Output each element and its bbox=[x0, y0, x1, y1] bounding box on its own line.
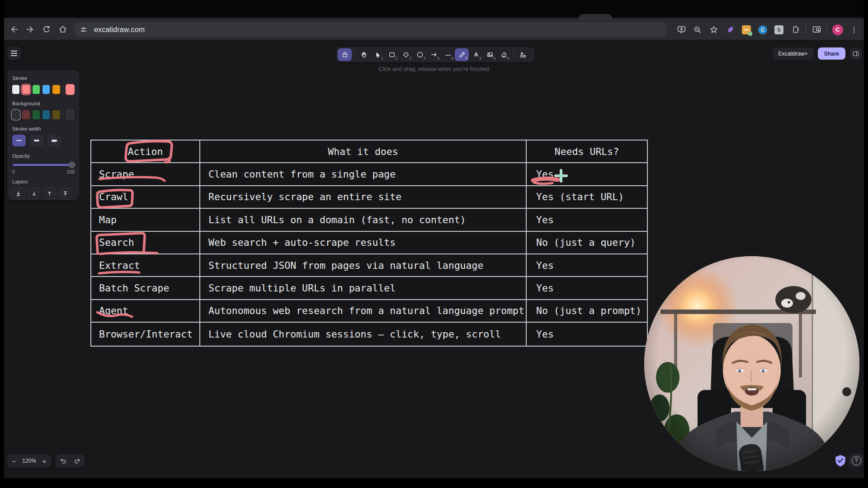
stroke-width-thin-button[interactable] bbox=[12, 135, 26, 146]
table-cell: Batch Scrape bbox=[91, 277, 200, 300]
arrow-tool-button[interactable]: 5 bbox=[427, 48, 441, 61]
url-text: excalidraw.com bbox=[94, 26, 145, 34]
opacity-slider-knob[interactable] bbox=[69, 162, 75, 168]
table-cell: No (just a query) bbox=[527, 232, 647, 254]
help-button[interactable]: ? bbox=[849, 453, 863, 468]
bring-forward-button[interactable] bbox=[43, 188, 56, 199]
url-bar[interactable]: excalidraw.com bbox=[74, 22, 667, 37]
background-swatch-transparent[interactable] bbox=[12, 110, 19, 119]
table-cell: Scrape multiple URLs in parallel bbox=[200, 277, 527, 300]
site-settings-icon[interactable] bbox=[80, 26, 88, 34]
back-button[interactable] bbox=[6, 22, 22, 37]
table-cell: Extract bbox=[91, 254, 200, 277]
eraser-tool-button[interactable]: 0 bbox=[497, 48, 511, 61]
table-header-urls: Needs URLs? bbox=[527, 141, 647, 163]
extension-stylus[interactable]: S bbox=[772, 23, 786, 37]
table-cell: Yes bbox=[527, 209, 647, 231]
extension-css[interactable]: css bbox=[739, 23, 754, 37]
background-swatch-red[interactable] bbox=[22, 110, 29, 119]
browser-tab-strip bbox=[0, 0, 868, 19]
rectangle-tool-button[interactable]: 2 bbox=[385, 48, 399, 61]
table-cell: Crawl bbox=[91, 186, 200, 209]
bring-forward-icon bbox=[47, 191, 52, 197]
table-cell: Scrape bbox=[91, 163, 200, 186]
table-cell: Search bbox=[91, 232, 200, 254]
extension-quill[interactable] bbox=[723, 23, 737, 37]
library-button[interactable] bbox=[849, 47, 862, 60]
diamond-tool-button[interactable]: 3 bbox=[399, 48, 413, 61]
ellipse-icon bbox=[416, 51, 424, 58]
reading-mode-button[interactable] bbox=[809, 23, 824, 37]
table-cell: Recursively scrape an entire site bbox=[200, 186, 527, 209]
stroke-swatch-green[interactable] bbox=[33, 85, 40, 94]
opacity-slider[interactable] bbox=[13, 162, 74, 168]
stroke-width-extrabold-button[interactable] bbox=[47, 135, 61, 146]
text-tool-button[interactable]: A 8 bbox=[469, 48, 483, 61]
table-cell: Agent bbox=[91, 300, 200, 323]
bring-to-front-button[interactable] bbox=[59, 188, 72, 199]
css-badge-icon: css bbox=[742, 25, 751, 34]
redo-button[interactable] bbox=[74, 457, 81, 465]
star-icon bbox=[709, 25, 718, 34]
lock-icon bbox=[341, 51, 349, 58]
ellipse-tool-button[interactable]: 4 bbox=[413, 48, 427, 61]
opacity-max: 100 bbox=[66, 169, 75, 174]
line-icon bbox=[444, 51, 452, 58]
selection-tool-button[interactable]: 1 bbox=[371, 48, 385, 61]
canvas-table[interactable]: Action What it does Needs URLs? Scrape C… bbox=[90, 140, 648, 347]
active-stroke-color[interactable] bbox=[66, 84, 75, 95]
image-icon bbox=[486, 51, 494, 58]
zoom-level[interactable]: 120% bbox=[22, 458, 36, 464]
tool-hint: Click and drag, release when you're fini… bbox=[0, 66, 868, 72]
reload-button[interactable] bbox=[39, 22, 54, 37]
stroke-swatch-pink[interactable] bbox=[22, 85, 29, 94]
stroke-swatch-blue[interactable] bbox=[42, 85, 50, 94]
hand-tool-button[interactable] bbox=[357, 48, 371, 61]
opacity-label: Opacity bbox=[12, 153, 75, 159]
send-to-back-button[interactable] bbox=[12, 188, 25, 199]
presenter-figure bbox=[644, 256, 859, 471]
send-backward-icon bbox=[31, 191, 37, 197]
excalidraw-plus-button[interactable]: Excalidraw+ bbox=[773, 47, 814, 60]
active-background-color[interactable] bbox=[66, 109, 75, 120]
more-shapes-button[interactable] bbox=[516, 48, 530, 61]
table-cell: Web search + auto-scrape results bbox=[200, 232, 527, 254]
pencil-icon bbox=[458, 51, 466, 58]
background-swatch-blue[interactable] bbox=[42, 110, 50, 119]
line-tool-button[interactable]: 6 bbox=[441, 48, 455, 61]
table-cell: No (just a prompt) bbox=[527, 300, 647, 323]
zoom-in-button[interactable]: + bbox=[41, 457, 47, 465]
bookmark-button[interactable] bbox=[707, 23, 721, 37]
opacity-min: 0 bbox=[12, 169, 15, 174]
share-button[interactable]: Share bbox=[818, 47, 845, 60]
forward-button[interactable] bbox=[23, 22, 38, 37]
zoom-page-button[interactable] bbox=[690, 23, 705, 37]
browser-tab[interactable] bbox=[579, 14, 612, 19]
browser-toolbar: excalidraw.com c bbox=[4, 19, 864, 40]
image-tool-button[interactable]: 9 bbox=[483, 48, 497, 61]
arrow-icon bbox=[430, 51, 438, 58]
kebab-menu-icon bbox=[850, 26, 858, 34]
stroke-width-bold-button[interactable] bbox=[30, 135, 43, 146]
stroke-swatch-white[interactable] bbox=[12, 85, 19, 94]
extensions-button[interactable] bbox=[788, 23, 802, 37]
background-swatch-green[interactable] bbox=[33, 110, 40, 119]
profile-button[interactable]: C bbox=[830, 23, 845, 37]
hand-icon bbox=[360, 51, 368, 58]
send-backward-button[interactable] bbox=[28, 188, 41, 199]
draw-tool-button[interactable]: 7 bbox=[455, 48, 469, 61]
history-controls bbox=[55, 454, 85, 468]
shapes-icon bbox=[519, 51, 527, 58]
save-to-device-button[interactable] bbox=[674, 23, 689, 37]
forward-icon bbox=[26, 25, 35, 34]
app-menu-button[interactable] bbox=[7, 47, 21, 60]
lock-tool-button[interactable] bbox=[338, 48, 352, 61]
browser-menu-button[interactable] bbox=[847, 23, 861, 37]
background-label: Background bbox=[12, 101, 75, 106]
stroke-swatch-orange[interactable] bbox=[52, 85, 60, 94]
home-button[interactable] bbox=[55, 22, 71, 37]
undo-button[interactable] bbox=[59, 457, 66, 465]
background-swatch-yellow[interactable] bbox=[52, 110, 60, 119]
zoom-out-button[interactable]: − bbox=[11, 457, 17, 465]
extension-colorpicker[interactable]: C bbox=[755, 23, 770, 37]
